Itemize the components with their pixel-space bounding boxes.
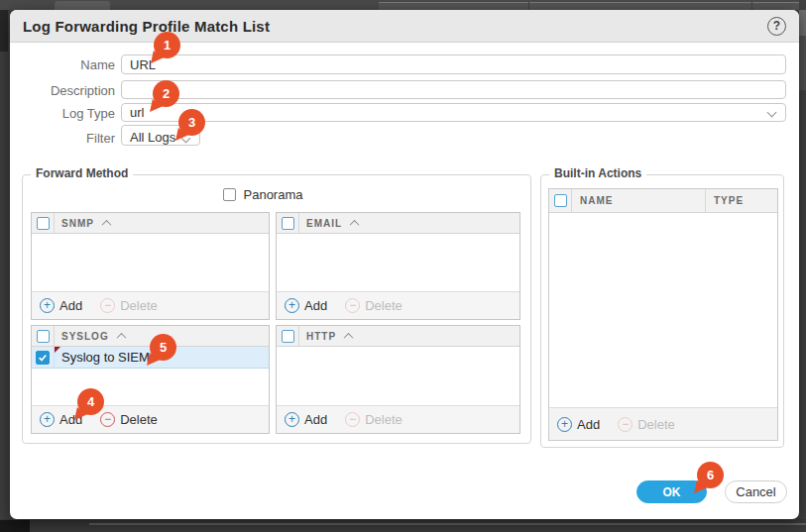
- snmp-select-all-checkbox[interactable]: [37, 217, 50, 230]
- background-bottom-strip: [0, 519, 806, 532]
- background-artifact: [751, 2, 752, 10]
- built-in-actions-legend: Built-in Actions: [549, 166, 646, 180]
- http-delete-button: Delete: [345, 412, 403, 427]
- annotation-badge-5: 5: [150, 334, 176, 361]
- annotation-badge-1: 1: [154, 32, 180, 58]
- http-panel-header: HTTP: [277, 326, 519, 347]
- syslog-to-siem-checkbox[interactable]: [36, 351, 50, 365]
- built-in-actions-table-body: [549, 213, 777, 407]
- add-icon: [285, 412, 299, 427]
- delete-icon: [100, 412, 115, 427]
- background-artifact: [799, 36, 806, 90]
- built-in-actions-table: NAME TYPE Add Delete: [548, 188, 778, 441]
- description-label: Description: [10, 80, 115, 99]
- built-in-actions-fieldset: Built-in Actions NAME TYPE Add Delete: [540, 174, 784, 448]
- delete-icon: [100, 298, 115, 313]
- snmp-add-button[interactable]: Add: [40, 298, 82, 313]
- email-select-all-checkbox[interactable]: [282, 217, 294, 230]
- chevron-up-icon[interactable]: [101, 219, 111, 229]
- snmp-list: [32, 234, 269, 291]
- snmp-panel-header: SNMP: [32, 213, 269, 234]
- filter-label: Filter: [10, 128, 115, 166]
- panorama-checkbox[interactable]: [223, 188, 236, 201]
- email-panel-footer: Add Delete: [277, 291, 519, 319]
- chevron-up-icon[interactable]: [350, 219, 360, 229]
- background-artifact: [89, 523, 806, 525]
- http-panel: HTTP Add Delete: [276, 325, 520, 434]
- name-label: Name: [10, 54, 115, 74]
- delete-icon: [345, 412, 360, 427]
- snmp-panel-title: SNMP: [61, 218, 94, 229]
- syslog-panel-title: SYSLOG: [61, 331, 109, 342]
- log-type-select[interactable]: url: [121, 103, 786, 122]
- cancel-button[interactable]: Cancel: [725, 480, 787, 503]
- http-list: [277, 347, 519, 405]
- chevron-up-icon[interactable]: [344, 332, 354, 342]
- column-header-name[interactable]: NAME: [572, 189, 706, 212]
- background-artifact: [379, 2, 799, 10]
- email-panel-title: EMAIL: [306, 218, 342, 229]
- syslog-delete-button[interactable]: Delete: [100, 412, 158, 427]
- log-type-label: Log Type: [10, 103, 115, 122]
- snmp-panel-footer: Add Delete: [32, 291, 269, 319]
- delete-icon: [618, 417, 633, 432]
- name-input[interactable]: [121, 54, 786, 74]
- log-forwarding-profile-match-list-dialog: Log Forwarding Profile Match List ? Name…: [10, 10, 799, 519]
- syslog-select-all-checkbox[interactable]: [37, 330, 50, 343]
- add-icon: [557, 417, 572, 432]
- description-input[interactable]: [121, 80, 786, 99]
- built-in-actions-delete-button: Delete: [618, 417, 675, 432]
- built-in-actions-footer: Add Delete: [549, 407, 777, 440]
- annotation-badge-6: 6: [697, 462, 724, 488]
- background-artifact: [0, 520, 30, 532]
- email-list: [277, 234, 519, 291]
- chevron-down-icon[interactable]: [766, 108, 776, 118]
- snmp-delete-button: Delete: [100, 298, 158, 313]
- column-header-type[interactable]: TYPE: [706, 189, 777, 212]
- filter-value: All Logs: [130, 130, 175, 145]
- background-artifact: [0, 10, 8, 52]
- log-type-row: Log Type url: [10, 103, 786, 122]
- panorama-row: Panorama: [9, 187, 517, 202]
- http-panel-footer: Add Delete: [277, 405, 519, 433]
- add-icon: [40, 298, 55, 313]
- annotation-badge-2: 2: [153, 80, 179, 107]
- http-select-all-checkbox[interactable]: [282, 330, 294, 343]
- log-type-value: url: [130, 105, 144, 120]
- chevron-up-icon[interactable]: [116, 332, 126, 342]
- built-in-actions-select-all-checkbox[interactable]: [554, 194, 567, 207]
- forward-method-legend: Forward Method: [31, 166, 133, 180]
- dialog-titlebar[interactable]: Log Forwarding Profile Match List ?: [10, 10, 799, 43]
- delete-icon: [345, 298, 360, 313]
- built-in-actions-add-button[interactable]: Add: [557, 417, 600, 432]
- http-panel-title: HTTP: [306, 331, 336, 342]
- snmp-panel: SNMP Add Delete: [31, 212, 270, 320]
- name-row: Name: [10, 54, 786, 74]
- background-artifact: [55, 1, 110, 10]
- add-icon: [40, 412, 55, 427]
- add-icon: [285, 298, 299, 313]
- email-add-button[interactable]: Add: [285, 298, 327, 313]
- dialog-title: Log Forwarding Profile Match List: [23, 18, 270, 35]
- background-artifact: [528, 2, 529, 10]
- list-item-label: Syslog to SIEM: [61, 350, 150, 365]
- email-delete-button: Delete: [345, 298, 403, 313]
- http-add-button[interactable]: Add: [285, 412, 327, 427]
- filter-row: Filter All Logs: [10, 128, 786, 166]
- help-icon[interactable]: ?: [767, 17, 786, 36]
- built-in-actions-table-header: NAME TYPE: [549, 189, 777, 213]
- email-panel-header: EMAIL: [277, 213, 519, 234]
- panorama-label: Panorama: [244, 187, 303, 202]
- annotation-badge-4: 4: [77, 388, 104, 415]
- syslog-panel-footer: Add Delete: [32, 405, 269, 433]
- modified-marker: [55, 347, 60, 353]
- checkmark-icon: [38, 353, 48, 363]
- description-row: Description: [10, 80, 786, 99]
- annotation-badge-3: 3: [178, 109, 205, 136]
- background-artifact: [799, 10, 806, 36]
- email-panel: EMAIL Add Delete: [276, 212, 520, 320]
